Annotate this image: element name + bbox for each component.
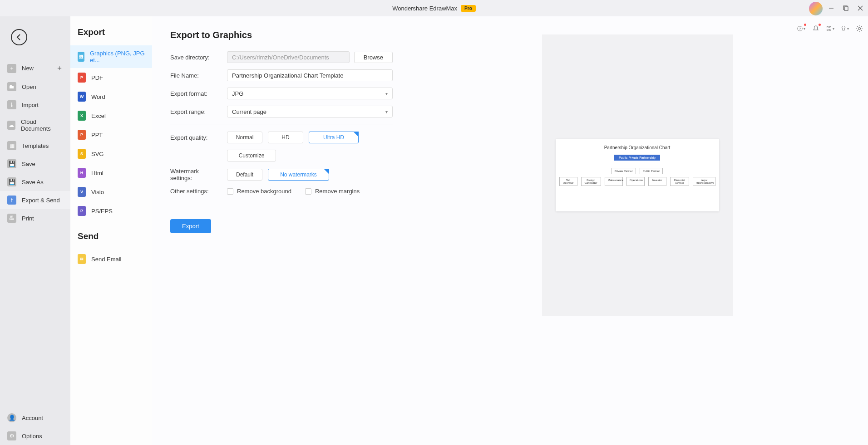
nav-cloud[interactable]: ☁Cloud Documents (0, 114, 70, 137)
svg-text:?: ? (799, 27, 801, 31)
org-leaf: Financial Adviser (670, 177, 689, 186)
excel-file-icon: X (78, 111, 86, 121)
remove-bg-checkbox[interactable]: Remove background (227, 188, 291, 195)
svg-rect-2 (844, 7, 848, 10)
primary-nav: ＋New＋ 🖿Open ⭳Import ☁Cloud Documents ▦Te… (0, 16, 70, 445)
fmt-excel[interactable]: XExcel (70, 106, 152, 125)
svg-rect-9 (827, 29, 829, 31)
divider (170, 124, 393, 124)
org-mid: Public Partner (640, 168, 663, 174)
range-select[interactable]: Current page▾ (227, 106, 393, 117)
nav-saveas[interactable]: 💾Save As (0, 173, 70, 191)
fmt-ps[interactable]: PPS/EPS (70, 201, 152, 220)
export-panel: Export to Graphics Save directory: Brows… (152, 16, 868, 445)
nav-import[interactable]: ⭳Import (0, 96, 70, 114)
svg-rect-8 (830, 27, 831, 28)
print-icon: 🖶 (7, 214, 16, 223)
maximize-button[interactable] (842, 4, 850, 12)
save-dir-input (227, 51, 350, 63)
nav-open[interactable]: 🖿Open (0, 78, 70, 96)
nav-options[interactable]: ⚙Options (0, 427, 70, 445)
org-leaf: Design Contractor (581, 177, 601, 186)
caret-down-icon: ▾ (385, 109, 388, 114)
svg-rect-10 (830, 29, 831, 31)
export-format-list: Export 🖼Graphics (PNG, JPG et... PPDF WW… (70, 16, 152, 445)
preview-document: Partnership Organizational Chart Public-… (556, 139, 719, 211)
svg-point-11 (858, 28, 861, 30)
customize-button[interactable]: Customize (227, 150, 276, 161)
format-label: Export format: (170, 90, 222, 97)
watermark-none[interactable]: No watermarks (268, 169, 329, 181)
preview-chart-title: Partnership Organizational Chart (559, 145, 715, 150)
word-file-icon: W (78, 92, 86, 102)
org-root: Public-Private Partnership (614, 155, 660, 161)
help-icon[interactable]: ?▾ (797, 24, 805, 33)
minimize-button[interactable] (827, 4, 835, 12)
fmt-visio[interactable]: VVisio (70, 182, 152, 201)
org-leaf: Investor (648, 177, 666, 186)
org-leaf: Legal Representative (693, 177, 715, 186)
user-avatar[interactable] (809, 2, 823, 15)
fmt-ppt[interactable]: PPPT (70, 125, 152, 144)
fmt-html[interactable]: HHtml (70, 163, 152, 182)
nav-export-send[interactable]: ⭱Export & Send (0, 191, 70, 209)
close-button[interactable] (856, 4, 864, 12)
browse-button[interactable]: Browse (354, 52, 393, 63)
fmt-svg[interactable]: SSVG (70, 144, 152, 163)
mail-icon: ✉ (78, 254, 86, 264)
nav-account[interactable]: 👤Account (0, 409, 70, 427)
shirt-icon[interactable]: ▾ (841, 24, 849, 33)
back-button[interactable] (11, 29, 27, 45)
watermark-label: Watermark settings: (170, 168, 222, 181)
quality-normal[interactable]: Normal (227, 132, 262, 143)
nav-print[interactable]: 🖶Print (0, 209, 70, 227)
templates-icon: ▦ (7, 141, 16, 150)
ppt-file-icon: P (78, 130, 86, 140)
send-email[interactable]: ✉Send Email (70, 249, 152, 269)
export-heading: Export (70, 27, 152, 45)
fmt-graphics[interactable]: 🖼Graphics (PNG, JPG et... (70, 45, 152, 68)
range-label: Export range: (170, 108, 222, 115)
filename-label: File Name: (170, 72, 222, 79)
visio-file-icon: V (78, 187, 86, 197)
grid-icon[interactable]: ▾ (826, 24, 834, 33)
remove-margins-checkbox[interactable]: Remove margins (305, 188, 360, 195)
fmt-pdf[interactable]: PPDF (70, 68, 152, 87)
ps-file-icon: P (78, 206, 86, 216)
fmt-word[interactable]: WWord (70, 87, 152, 106)
org-mid: Private Partner (612, 168, 636, 174)
gear-icon[interactable] (855, 24, 863, 33)
pro-badge: Pro (461, 5, 476, 12)
bell-icon[interactable] (812, 24, 820, 33)
options-gear-icon: ⚙ (7, 431, 16, 440)
panel-title: Export to Graphics (170, 30, 393, 40)
html-file-icon: H (78, 168, 86, 178)
person-icon: 👤 (7, 413, 16, 422)
format-select[interactable]: JPG▾ (227, 88, 393, 99)
nav-save[interactable]: 💾Save (0, 155, 70, 173)
export-icon: ⭱ (7, 196, 16, 205)
filename-input[interactable] (227, 69, 393, 81)
app-title: Wondershare EdrawMax (392, 5, 457, 12)
nav-templates[interactable]: ▦Templates (0, 137, 70, 155)
plus-box-icon: ＋ (7, 64, 16, 73)
org-leaf: Toll Operator (559, 177, 577, 186)
preview-frame: Partnership Organizational Chart Public-… (542, 34, 733, 316)
org-leaf: Maintenance (605, 177, 623, 186)
caret-down-icon: ▾ (385, 91, 388, 96)
quality-ultra-hd[interactable]: Ultra HD (309, 132, 359, 143)
image-file-icon: 🖼 (78, 52, 84, 62)
add-icon[interactable]: ＋ (56, 64, 63, 73)
titlebar: Wondershare EdrawMax Pro (0, 0, 868, 16)
export-button[interactable]: Export (170, 219, 211, 233)
watermark-default[interactable]: Default (227, 169, 262, 181)
quality-label: Export quality: (170, 134, 222, 141)
save-dir-label: Save directory: (170, 54, 222, 61)
quality-hd[interactable]: HD (268, 132, 303, 143)
save-icon: 💾 (7, 159, 16, 168)
org-leaf: Operations (626, 177, 645, 186)
top-toolbar-icons: ?▾ ▾ ▾ (797, 24, 863, 33)
nav-new[interactable]: ＋New＋ (0, 59, 70, 78)
send-heading: Send (70, 231, 152, 249)
svg-file-icon: S (78, 149, 86, 159)
